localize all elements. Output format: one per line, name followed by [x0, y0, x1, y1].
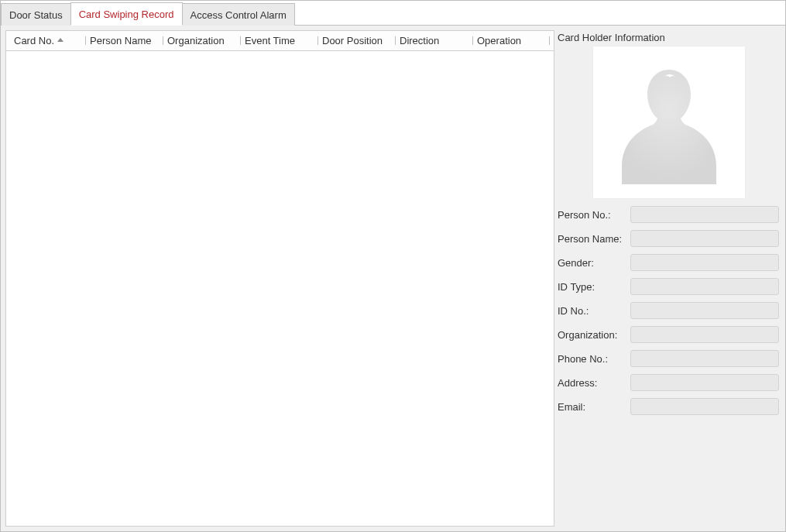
field-label: Person No.: [558, 209, 630, 221]
field-label: ID Type: [558, 281, 630, 293]
field-email: Email: [558, 398, 779, 415]
column-header-event-time[interactable]: Event Time [242, 31, 319, 50]
organization-input[interactable] [630, 326, 779, 343]
column-separator [549, 36, 550, 45]
email-input[interactable] [630, 398, 779, 415]
content-area: Card No. Person Name Organization Event … [1, 26, 785, 531]
column-header-person-name[interactable]: Person Name [87, 31, 164, 50]
field-person-name: Person Name: [558, 230, 779, 247]
card-holder-panel: Card Holder Information Person No.: [558, 30, 781, 527]
person-silhouette-icon [615, 60, 723, 184]
column-header-door-position[interactable]: Door Position [319, 31, 396, 50]
id-no-input[interactable] [630, 302, 779, 319]
column-separator [163, 36, 163, 45]
address-input[interactable] [630, 374, 779, 391]
field-id-no: ID No.: [558, 302, 779, 319]
column-header-direction[interactable]: Direction [396, 31, 474, 50]
table-header-row: Card No. Person Name Organization Event … [6, 31, 554, 51]
field-label: Address: [558, 377, 630, 389]
column-header-organization[interactable]: Organization [164, 31, 242, 50]
field-label: Person Name: [558, 233, 630, 245]
app-root: Door Status Card Swiping Record Access C… [0, 0, 786, 532]
column-label: Door Position [322, 35, 383, 46]
column-label: Event Time [245, 35, 295, 46]
records-table: Card No. Person Name Organization Event … [5, 30, 554, 527]
field-organization: Organization: [558, 326, 779, 343]
tab-access-control-alarm[interactable]: Access Control Alarm [182, 3, 295, 26]
avatar-placeholder [593, 46, 745, 198]
field-gender: Gender: [558, 254, 779, 271]
sort-ascending-icon[interactable] [57, 38, 63, 42]
card-holder-form: Person No.: Person Name: Gender: ID Type… [558, 206, 781, 415]
field-person-no: Person No.: [558, 206, 779, 223]
column-header-card-no[interactable]: Card No. [11, 31, 87, 50]
field-label: Email: [558, 401, 630, 413]
column-separator [85, 36, 86, 45]
phone-no-input[interactable] [630, 350, 779, 367]
field-address: Address: [558, 374, 779, 391]
column-header-end [551, 31, 554, 50]
field-phone-no: Phone No.: [558, 350, 779, 367]
column-separator [240, 36, 241, 45]
tab-bar: Door Status Card Swiping Record Access C… [1, 1, 785, 26]
column-separator [317, 36, 318, 45]
column-label: Organization [167, 35, 225, 46]
field-label: Gender: [558, 257, 630, 269]
person-no-input[interactable] [630, 206, 779, 223]
field-id-type: ID Type: [558, 278, 779, 295]
tab-door-status[interactable]: Door Status [1, 3, 71, 26]
column-label: Operation [477, 35, 521, 46]
field-label: Organization: [558, 329, 630, 341]
tab-card-swiping-record[interactable]: Card Swiping Record [70, 2, 183, 26]
column-separator [472, 36, 473, 45]
gender-input[interactable] [630, 254, 779, 271]
column-separator [395, 36, 396, 45]
panel-title: Card Holder Information [558, 30, 781, 46]
column-header-operation[interactable]: Operation [474, 31, 551, 50]
person-name-input[interactable] [630, 230, 779, 247]
field-label: Phone No.: [558, 353, 630, 365]
table-body [6, 51, 554, 526]
field-label: ID No.: [558, 305, 630, 317]
column-label: Card No. [14, 35, 54, 46]
column-label: Direction [400, 35, 439, 46]
id-type-input[interactable] [630, 278, 779, 295]
column-label: Person Name [90, 35, 151, 46]
